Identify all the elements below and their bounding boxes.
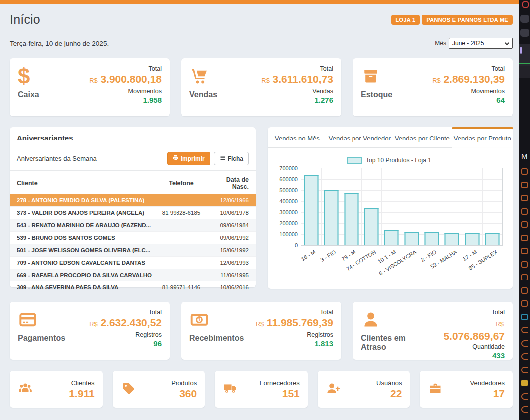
bar-74 - COTTON [364, 208, 379, 245]
background-app-icon [521, 300, 528, 307]
client-name: 373 - VALDIR DOS ANJOS PEREIRA (ANGELA) [17, 210, 153, 216]
background-app-icon [521, 340, 528, 347]
legend-label: Top 10 Produtos - Loja 1 [366, 157, 431, 164]
summary-card-vendas: VendasTotalR$ 3.611.610,73Vendas1.276 [181, 58, 341, 116]
tab-vendas-por-vendedor[interactable]: Vendas por Vendedor [327, 127, 393, 148]
gridline [482, 168, 483, 245]
mini-card-fornecedores: Fornecedores151 [215, 371, 308, 408]
bar-10 1 - M [384, 230, 399, 245]
x-axis-tick-label: 17 - M [462, 249, 478, 262]
birthdays-subheader: Aniversariantes da Semana Imprimir [10, 147, 256, 171]
background-app-icon [519, 63, 530, 64]
bar-16 - M [304, 175, 319, 245]
x-axis-tick-label: 3 - FIO [319, 249, 337, 263]
background-app-icon [521, 314, 528, 320]
count-value: 1.958 [89, 96, 162, 104]
money-bill-icon: 1 [189, 309, 244, 331]
background-app-icon [521, 235, 528, 241]
background-app-icon [521, 195, 528, 201]
store-badge-button[interactable]: LOJA 1 [391, 15, 420, 25]
mini-card-vendedores: Vendedores17 [420, 371, 513, 408]
mini-card-usuarios: Usuários22 [318, 371, 410, 408]
box-icon [361, 65, 392, 87]
mini-card-value: 1.911 [69, 388, 94, 400]
printer-icon [173, 155, 178, 162]
client-birthdate: 10/06/1978 [210, 210, 249, 216]
y-axis-tick-label: 0 [295, 242, 298, 248]
birthday-table-row[interactable]: 309 - ANA SEVERINA PAES DA SILVA81 99671… [10, 281, 256, 293]
page-title: Início [10, 12, 40, 27]
dashboard-window: Início LOJA 1 PANNOS E PANNOS LTDA ME Te… [0, 0, 519, 420]
tab-vendas-por-cliente[interactable]: Vendas por Cliente [393, 127, 452, 148]
count-value: 1.276 [261, 96, 333, 104]
total-label: Total [261, 65, 333, 72]
count-value: 1.813 [256, 339, 333, 348]
client-birthdate: 11/06/1995 [210, 272, 249, 278]
summary-card-title: Vendas [189, 90, 217, 99]
background-app-icon [521, 393, 528, 400]
client-name: 309 - ANA SEVERINA PAES DA SILVA [17, 284, 153, 290]
ficha-button[interactable]: Ficha [214, 152, 249, 165]
summary-card-title: Caixa [18, 90, 39, 99]
birthday-table-row[interactable]: 373 - VALDIR DOS ANJOS PEREIRA (ANGELA)8… [10, 206, 256, 219]
x-axis-tick-label: 6 - VISCOLYCRA [378, 249, 417, 277]
gridline [422, 168, 422, 245]
gridline [442, 168, 442, 245]
background-app-icon [520, 47, 522, 54]
month-label: Mês [435, 40, 446, 47]
y-axis-tick-label: 300000 [279, 209, 298, 215]
count-label: Vendas [261, 88, 333, 95]
count-label: Quantidade [433, 343, 505, 350]
y-axis-tick-label: 700000 [279, 165, 298, 171]
birthdays-table: Cliente Telefone Data de Nasc. 278 - ANT… [10, 174, 256, 293]
client-name: 278 - ANTONIO EMIDIO DA SILVA (PALESTINA… [17, 197, 153, 203]
birthday-table-row[interactable]: 543 - RENATO MARINHO DE ARAUJO (FAZEND..… [10, 219, 256, 231]
birthdays-title: Aniversariantes [10, 134, 256, 147]
birthday-table-row[interactable]: 278 - ANTONIO EMIDIO DA SILVA (PALESTINA… [10, 194, 256, 206]
month-picker: Mês June - 2025 [435, 38, 513, 49]
total-label: Total [89, 309, 162, 316]
sales-tabbar: Vendas no MêsVendas por VendedorVendas p… [268, 127, 513, 148]
print-button[interactable]: Imprimir [167, 152, 210, 165]
birthdays-subtitle: Aniversariantes da Semana [17, 155, 97, 162]
count-value: 64 [432, 96, 505, 104]
dollar-icon: $ [18, 65, 39, 87]
background-app-icon [521, 380, 528, 386]
birthday-table-row[interactable]: 669 - RAFAELA PROCOPIO DA SILVA CARVALHO… [10, 269, 256, 281]
background-app-icon [521, 353, 528, 360]
background-app-icon: M [521, 152, 528, 160]
sales-panel: Vendas no MêsVendas por VendedorVendas p… [268, 127, 513, 289]
mini-card-value: 17 [470, 388, 505, 400]
month-select[interactable]: June - 2025 [449, 38, 513, 49]
gridline [381, 168, 382, 245]
chart-legend: Top 10 Produtos - Loja 1 [273, 157, 506, 164]
tab-vendas-no-mês[interactable]: Vendas no Mês [268, 127, 327, 148]
y-axis-tick-label: 100000 [279, 231, 298, 237]
company-badge-button[interactable]: PANNOS E PANNOS LTDA ME [422, 15, 513, 25]
birthday-table-row[interactable]: 539 - BRUNO DOS SANTOS GOMES09/06/1992 [10, 231, 256, 244]
background-app-icon [521, 287, 528, 294]
count-value: 433 [433, 351, 505, 360]
background-app-icon [521, 367, 528, 373]
client-name: 709 - ANTONIO EDSON CAVALCANTE DANTAS [17, 260, 153, 266]
tab-vendas-por-produto[interactable]: Vendas por Produto [452, 127, 513, 148]
user-icon [361, 309, 433, 331]
birthdays-table-body: 278 - ANTONIO EMIDIO DA SILVA (PALESTINA… [10, 194, 256, 293]
background-app-icon [521, 208, 528, 215]
mini-card-produtos: Produtos360 [113, 371, 205, 408]
birthday-table-row[interactable]: 501 - JOSE WELISSON GOMES OLIVEIRA (ELC.… [10, 244, 256, 256]
total-label: Total [432, 65, 505, 72]
bar-3 - FIO [324, 190, 339, 245]
credit-card-icon [18, 309, 65, 331]
birthday-table-row[interactable]: 709 - ANTONIO EDSON CAVALCANTE DANTAS12/… [10, 256, 256, 269]
bar-79 - M [344, 193, 358, 245]
client-birthdate: 10/06/2016 [210, 284, 249, 290]
total-label: Total [256, 309, 333, 316]
bar-52 - MALHA [445, 233, 459, 245]
page-header: Início LOJA 1 PANNOS E PANNOS LTDA ME [10, 12, 513, 27]
mini-card-label: Produtos [171, 379, 197, 387]
mini-card-label: Fornecedores [260, 379, 300, 387]
count-label: Movimentos [89, 88, 162, 95]
count-value: 96 [89, 339, 162, 348]
gridline [402, 168, 402, 245]
